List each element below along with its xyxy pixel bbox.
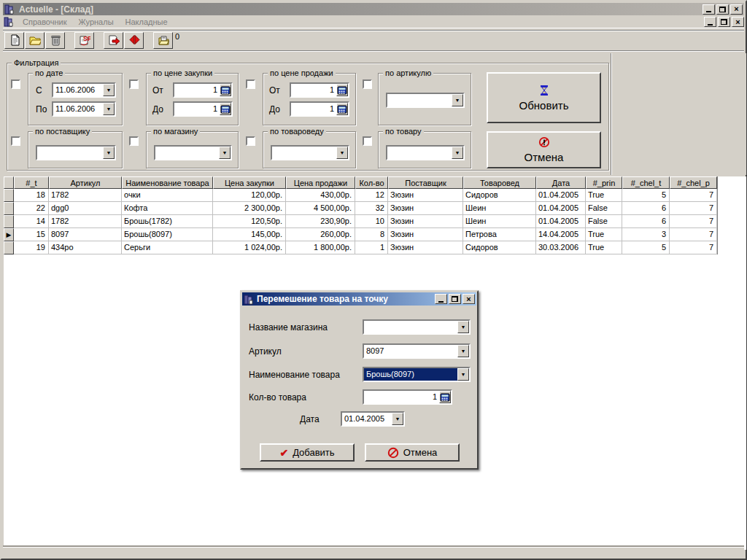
row-selector[interactable]	[4, 241, 14, 254]
table-cell[interactable]: 430,00р.	[286, 189, 355, 202]
table-row[interactable]: 141782Брошь(1782)120,50р.230,90р.10Зюзин…	[4, 215, 717, 228]
purchase-from-field[interactable]: 1	[173, 82, 233, 98]
article-filter-checkbox[interactable]	[363, 79, 372, 89]
sp-document-button[interactable]	[74, 32, 94, 49]
table-cell[interactable]: 260,00р.	[286, 228, 355, 241]
dialog-product-name-combobox[interactable]: Брошь(8097) ▼	[363, 367, 471, 382]
chevron-down-icon[interactable]: ▼	[103, 103, 115, 115]
column-header[interactable]: Кол-во	[355, 176, 388, 189]
table-cell[interactable]: Сидоров	[463, 241, 536, 254]
table-cell[interactable]: 1	[355, 241, 388, 254]
table-cell[interactable]: 4 500,00р.	[286, 202, 355, 215]
add-button[interactable]: ✔ Добавить	[260, 443, 355, 462]
calculator-button[interactable]	[220, 84, 231, 96]
column-header[interactable]: Товаровед	[463, 176, 536, 189]
calculator-button[interactable]	[336, 84, 348, 96]
table-cell[interactable]: dgg0	[49, 202, 122, 215]
child-restore-button[interactable]	[718, 17, 730, 27]
product-combobox[interactable]: ▼	[386, 145, 465, 160]
shop-filter-checkbox[interactable]	[129, 136, 139, 146]
table-cell[interactable]: 22	[14, 202, 49, 215]
new-document-button[interactable]	[4, 32, 24, 49]
sale-price-filter-checkbox[interactable]	[246, 79, 255, 89]
child-close-button[interactable]: ×	[732, 17, 744, 27]
chevron-down-icon[interactable]: ▼	[103, 147, 115, 159]
refresh-button[interactable]: Обновить	[487, 72, 601, 123]
chevron-down-icon[interactable]: ▼	[452, 147, 463, 159]
chevron-down-icon[interactable]: ▼	[457, 368, 469, 381]
row-selector[interactable]	[4, 202, 14, 215]
table-cell[interactable]: 3	[622, 228, 670, 241]
table-cell[interactable]: Кофта	[122, 202, 213, 215]
transfer-button[interactable]	[124, 32, 144, 49]
table-cell[interactable]: 230,90р.	[286, 215, 355, 228]
table-cell[interactable]: 8	[355, 228, 388, 241]
table-cell[interactable]: 120,50р.	[213, 215, 286, 228]
column-header[interactable]: Поставщик	[388, 176, 463, 189]
table-cell[interactable]: Зюзин	[388, 189, 463, 202]
table-cell[interactable]: 01.04.2005	[536, 202, 586, 215]
menu-item-directory[interactable]: Справочник	[17, 16, 73, 28]
date-from-combobox[interactable]: 11.06.2006 ▼	[52, 82, 116, 98]
column-header[interactable]: Дата	[536, 176, 586, 189]
column-header[interactable]: Цена закупки	[213, 176, 286, 189]
table-cell[interactable]: True	[586, 189, 622, 202]
column-header[interactable]: #_t	[14, 176, 49, 189]
delete-button[interactable]	[45, 32, 65, 49]
table-cell[interactable]: Шеин	[463, 215, 536, 228]
table-cell[interactable]: 1782	[49, 215, 122, 228]
table-cell[interactable]: Зюзин	[388, 202, 463, 215]
child-minimize-button[interactable]	[704, 17, 716, 27]
column-header[interactable]: #_chel_t	[622, 176, 670, 189]
dialog-shop-combobox[interactable]: ▼	[363, 319, 471, 335]
table-cell[interactable]: 7	[670, 215, 717, 228]
table-cell[interactable]: 145,00р.	[213, 228, 286, 241]
chevron-down-icon[interactable]: ▼	[103, 84, 115, 96]
table-row[interactable]: 22dgg0Кофта2 300,00р.4 500,00р.32ЗюзинШе…	[4, 202, 717, 215]
table-cell[interactable]: Зюзин	[388, 215, 463, 228]
table-cell[interactable]: 19	[14, 241, 49, 254]
dialog-quantity-field[interactable]: 1	[363, 389, 452, 405]
table-cell[interactable]: 15	[14, 228, 49, 241]
table-cell[interactable]: False	[586, 215, 622, 228]
table-cell[interactable]: 1 800,00р.	[286, 241, 355, 254]
chevron-down-icon[interactable]: ▼	[336, 147, 348, 159]
calculator-button[interactable]	[336, 103, 348, 115]
print-book-button[interactable]	[153, 32, 173, 49]
table-row[interactable]: 19434роСерьги1 024,00р.1 800,00р.1ЗюзинС…	[4, 241, 717, 254]
filter-cancel-button[interactable]: Отмена	[487, 131, 601, 168]
column-header[interactable]: Артикул	[49, 176, 122, 189]
export-button[interactable]	[104, 32, 123, 49]
table-cell[interactable]: 5	[622, 241, 670, 254]
table-cell[interactable]: 6	[622, 202, 670, 215]
row-selector[interactable]	[4, 215, 14, 228]
sale-to-field[interactable]: 1	[290, 101, 349, 117]
supplier-filter-checkbox[interactable]	[11, 136, 20, 146]
table-cell[interactable]: очки	[122, 189, 213, 202]
dialog-article-combobox[interactable]: 8097 ▼	[363, 343, 471, 359]
table-cell[interactable]: 5	[622, 189, 670, 202]
table-cell[interactable]: 7	[670, 228, 717, 241]
supplier-combobox[interactable]: ▼	[36, 145, 116, 160]
table-cell[interactable]: 7	[670, 241, 717, 254]
purchase-to-field[interactable]: 1	[173, 101, 233, 117]
table-cell[interactable]: Зюзин	[388, 228, 463, 241]
chevron-down-icon[interactable]: ▼	[457, 321, 469, 333]
column-header[interactable]: Цена продажи	[286, 176, 355, 189]
restore-button[interactable]	[716, 4, 729, 15]
table-cell[interactable]: 32	[355, 202, 388, 215]
calculator-button[interactable]	[439, 391, 451, 403]
table-cell[interactable]: Петрова	[463, 228, 536, 241]
chevron-down-icon[interactable]: ▼	[457, 345, 469, 357]
table-cell[interactable]: Серьги	[122, 241, 213, 254]
menu-item-journals[interactable]: Журналы	[73, 16, 120, 28]
column-header[interactable]: #_prin	[586, 176, 622, 189]
open-folder-button[interactable]	[25, 32, 44, 49]
sale-from-field[interactable]: 1	[290, 82, 349, 98]
table-cell[interactable]: True	[586, 241, 622, 254]
shop-combobox[interactable]: ▼	[154, 145, 232, 160]
table-cell[interactable]: Шеин	[463, 202, 536, 215]
dialog-maximize-button[interactable]	[449, 294, 461, 304]
date-to-combobox[interactable]: 11.06.2006 ▼	[52, 101, 116, 117]
table-cell[interactable]: 6	[622, 215, 670, 228]
